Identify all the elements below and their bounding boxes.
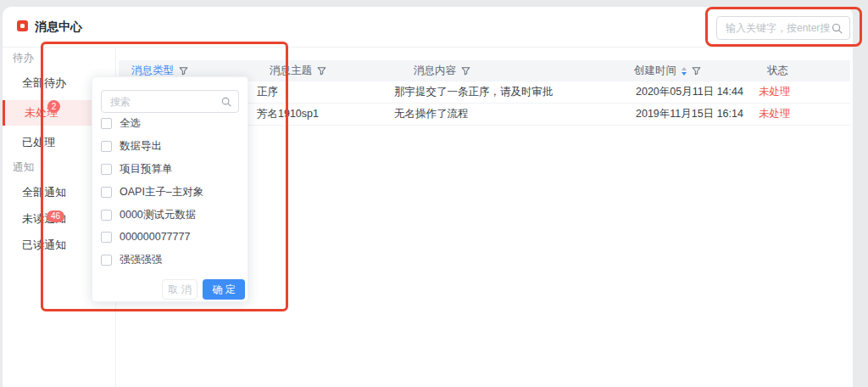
status-badge: 未处理 xyxy=(759,104,791,125)
global-search-box xyxy=(716,16,850,40)
option-test-metadata[interactable]: 0000测试元数据 xyxy=(101,207,196,222)
search-icon[interactable] xyxy=(221,97,231,107)
search-icon[interactable] xyxy=(832,23,843,34)
cell-subject: 正序 xyxy=(257,81,278,103)
header-divider xyxy=(3,47,853,48)
column-header-content: 消息内容 xyxy=(414,60,470,81)
checkbox-icon[interactable] xyxy=(101,164,112,175)
filter-popup: 全选 数据导出 项目预算单 OAPI主子–主对象 0000测试元数据 00000… xyxy=(92,76,248,302)
confirm-button[interactable]: 确 定 xyxy=(203,279,245,300)
column-header-status: 状态 xyxy=(767,60,788,81)
cancel-button[interactable]: 取 消 xyxy=(162,279,198,300)
unprocessed-count-badge: 2 xyxy=(47,100,60,113)
global-search-input[interactable] xyxy=(724,21,832,35)
cell-created: 2020年05月11日 14:44 xyxy=(636,81,743,103)
checkbox-icon[interactable] xyxy=(101,118,112,129)
option-project-budget[interactable]: 项目预算单 xyxy=(101,161,173,177)
filter-icon[interactable] xyxy=(317,66,326,76)
column-header-subject: 消息主题 xyxy=(270,60,326,81)
option-data-export[interactable]: 数据导出 xyxy=(101,138,162,154)
unread-count-badge: 46 xyxy=(47,210,64,222)
sidebar-group-notice: 通知 xyxy=(13,161,34,173)
cell-subject: 芳名1910sp1 xyxy=(257,104,319,125)
sidebar-item-all-notice[interactable]: 全部通知 xyxy=(22,185,66,200)
sidebar-item-read-notice[interactable]: 已读通知 xyxy=(22,238,66,253)
popup-search-box xyxy=(101,90,239,113)
checkbox-icon[interactable] xyxy=(101,232,112,243)
popup-search-input[interactable] xyxy=(108,95,221,109)
cell-content: 那宇提交了一条正序，请及时审批 xyxy=(394,81,554,103)
page-title: 消息中心 xyxy=(35,20,82,33)
checkbox-icon[interactable] xyxy=(101,187,112,198)
column-header-created: 创建时间 xyxy=(634,60,701,81)
checkbox-icon[interactable] xyxy=(101,210,112,221)
checkbox-icon[interactable] xyxy=(101,141,112,152)
sidebar-item-processed[interactable]: 已处理 xyxy=(22,135,55,150)
option-qiangqiang[interactable]: 强强强强 xyxy=(101,252,162,267)
message-center-page: 消息中心 待办 全部待办 未处理 2 已处理 通知 全部通知 未读通知 46 已… xyxy=(0,0,868,387)
option-000000077777[interactable]: 000000077777 xyxy=(101,229,190,244)
sidebar-item-all-todo[interactable]: 全部待办 xyxy=(22,76,66,91)
sort-icon[interactable] xyxy=(682,67,687,76)
message-center-icon xyxy=(17,20,28,31)
cell-created: 2019年11月15日 16:14 xyxy=(636,104,743,125)
filter-icon[interactable] xyxy=(461,66,470,76)
checkbox-icon[interactable] xyxy=(101,255,112,266)
option-oapi-object[interactable]: OAPI主子–主对象 xyxy=(101,184,203,199)
sidebar-group-todo: 待办 xyxy=(13,52,34,64)
filter-icon[interactable] xyxy=(179,66,188,76)
status-badge: 未处理 xyxy=(759,81,791,103)
filter-icon[interactable] xyxy=(692,66,701,76)
option-select-all[interactable]: 全选 xyxy=(101,115,141,131)
cell-content: 无名操作了流程 xyxy=(394,104,469,125)
